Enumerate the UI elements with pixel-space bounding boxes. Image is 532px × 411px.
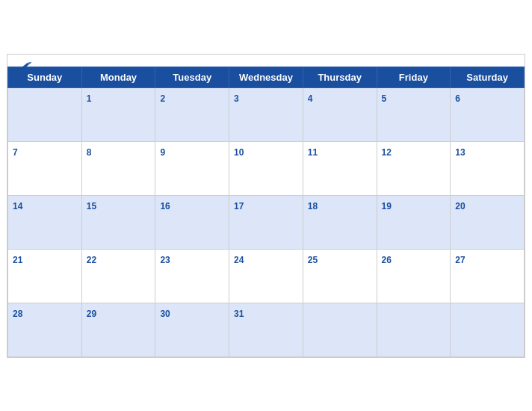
logo-blue [19,61,34,71]
day-number: 6 [455,93,460,104]
calendar-cell: 26 [377,249,451,303]
calendar-cell: 24 [229,249,303,303]
day-number: 22 [87,255,96,265]
calendar-cell: 15 [81,195,155,249]
calendar-cell: 13 [451,141,525,195]
calendar-cell: 5 [377,87,451,141]
day-number: 17 [234,201,244,211]
days-header-row: SundayMondayTuesdayWednesdayThursdayFrid… [8,67,525,87]
day-header-friday: Friday [377,67,451,87]
calendar-cell: 18 [303,195,377,249]
calendar-cell: 12 [377,141,451,195]
calendar-week-row: 123456 [8,87,525,141]
calendar-cell: 29 [81,303,155,356]
calendar-cell [377,303,451,356]
calendar-body: 1234567891011121314151617181920212223242… [8,87,525,356]
day-header-tuesday: Tuesday [155,67,229,87]
day-number: 27 [455,255,465,265]
day-number: 1 [87,93,92,104]
calendar-cell: 10 [229,141,303,195]
day-number: 4 [308,93,313,104]
day-number: 18 [308,201,318,211]
calendar-cell: 17 [229,195,303,249]
calendar-cell: 1 [81,87,155,141]
calendar-container: SundayMondayTuesdayWednesdayThursdayFrid… [7,54,525,358]
calendar-cell: 4 [303,87,377,141]
calendar-week-row: 78910111213 [8,141,525,195]
calendar-cell: 8 [81,141,155,195]
day-number: 8 [87,147,92,158]
calendar-grid: SundayMondayTuesdayWednesdayThursdayFrid… [7,67,525,357]
calendar-cell: 11 [303,141,377,195]
calendar-week-row: 21222324252627 [8,249,525,303]
calendar-cell: 23 [155,249,229,303]
calendar-cell: 20 [451,195,525,249]
day-number: 29 [87,309,96,319]
day-number: 7 [13,147,18,158]
logo-area [19,61,34,71]
calendar-cell: 22 [81,249,155,303]
calendar-cell: 14 [8,195,82,249]
day-number: 10 [234,147,244,158]
calendar-cell [8,87,82,141]
calendar-cell: 19 [377,195,451,249]
day-number: 31 [234,309,244,319]
day-number: 15 [87,201,96,211]
calendar-cell [303,303,377,356]
day-number: 23 [160,255,170,265]
calendar-week-row: 14151617181920 [8,195,525,249]
calendar-cell [451,303,525,356]
day-number: 9 [160,147,165,158]
day-number: 3 [234,93,239,104]
calendar-cell: 30 [155,303,229,356]
day-number: 12 [382,147,392,158]
day-number: 20 [455,201,465,211]
calendar-cell: 9 [155,141,229,195]
calendar-cell: 27 [451,249,525,303]
calendar-cell: 7 [8,141,82,195]
day-number: 28 [13,309,22,319]
day-header-monday: Monday [81,67,155,87]
day-header-thursday: Thursday [303,67,377,87]
calendar-cell: 25 [303,249,377,303]
day-number: 11 [308,147,318,158]
day-number: 14 [13,201,22,211]
day-number: 25 [308,255,318,265]
day-number: 24 [234,255,244,265]
calendar-cell: 31 [229,303,303,356]
calendar-week-row: 28293031 [8,303,525,356]
day-number: 5 [382,93,387,104]
calendar-cell: 2 [155,87,229,141]
day-number: 2 [160,93,165,104]
day-number: 21 [13,255,22,265]
calendar-cell: 16 [155,195,229,249]
calendar-cell: 3 [229,87,303,141]
day-number: 26 [382,255,392,265]
calendar-cell: 28 [8,303,82,356]
day-number: 13 [455,147,465,158]
calendar-cell: 21 [8,249,82,303]
calendar-cell: 6 [451,87,525,141]
day-header-wednesday: Wednesday [229,67,303,87]
logo-bird-icon [19,61,33,71]
day-header-saturday: Saturday [451,67,525,87]
calendar-header [7,55,525,67]
day-number: 30 [160,309,170,319]
day-number: 16 [160,201,170,211]
day-number: 19 [382,201,392,211]
